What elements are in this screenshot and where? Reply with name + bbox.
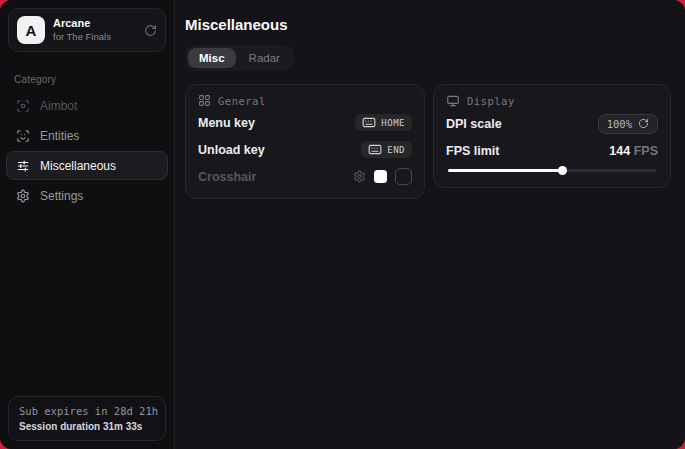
tab-bar: Misc Radar [185,45,294,71]
main-panel: Miscellaneous Misc Radar General Menu ke… [175,0,685,449]
sidebar-item-settings[interactable]: Settings [6,181,168,210]
keyboard-icon [368,144,382,155]
scan-target-icon [16,99,30,113]
avatar: A [17,16,45,44]
sidebar-item-label: Entities [40,129,79,143]
monitor-icon [446,94,460,108]
gear-icon [16,189,30,203]
page-title: Miscellaneous [185,16,675,33]
dpi-scale-value: 100% [607,118,632,130]
crosshair-label: Crosshair [198,170,256,184]
sidebar-item-entities[interactable]: Entities [6,121,168,150]
fps-unit: FPS [634,144,658,158]
sidebar-item-miscellaneous[interactable]: Miscellaneous [6,151,168,180]
sidebar-item-aimbot[interactable]: Aimbot [6,91,168,120]
dpi-scale-control[interactable]: 100% [598,114,658,134]
crosshair-row: Crosshair [198,165,412,188]
unload-key-value: END [387,145,405,155]
dpi-scale-row: DPI scale 100% [446,112,658,135]
sub-expiry-text: Sub expires in 28d 21h [19,405,155,417]
general-card-header: General [198,94,412,107]
keyboard-icon [362,117,376,128]
display-card: Display DPI scale 100% FPS limit 144 [433,84,671,188]
sidebar: A Arcane for The Finals Category Aimbot [0,0,175,449]
tab-radar[interactable]: Radar [238,48,291,68]
unload-key-bind-button[interactable]: END [361,141,412,158]
sync-icon[interactable] [144,24,157,37]
general-card-title: General [218,95,266,107]
sliders-icon [16,159,30,173]
general-card: General Menu key HOME Unload key [185,84,425,199]
fps-limit-value: 144 FPS [609,144,658,158]
tab-misc[interactable]: Misc [188,48,236,68]
display-card-header: Display [446,94,658,108]
profile-card: A Arcane for The Finals [8,8,166,52]
fps-number: 144 [609,144,630,158]
grid-icon [198,94,211,107]
sidebar-item-label: Settings [40,189,83,203]
crosshair-controls [353,168,412,185]
display-card-title: Display [467,95,515,107]
app-title: Arcane [53,17,136,31]
app-subtitle: for The Finals [53,31,136,43]
refresh-icon [638,118,649,129]
fps-limit-slider[interactable] [448,166,656,175]
menu-key-row: Menu key HOME [198,111,412,134]
session-duration-text: Session duration 31m 33s [19,421,155,432]
profile-text: Arcane for The Finals [53,17,136,43]
fps-slider-fill [448,169,562,172]
menu-key-label: Menu key [198,116,255,130]
dpi-scale-label: DPI scale [446,117,502,131]
crosshair-color-swatch[interactable] [374,170,387,183]
subscription-box: Sub expires in 28d 21h Session duration … [8,396,166,441]
unload-key-label: Unload key [198,143,265,157]
menu-key-bind-button[interactable]: HOME [355,114,412,131]
crosshair-enable-checkbox[interactable] [395,168,412,185]
sidebar-item-label: Aimbot [40,99,77,113]
fps-slider-thumb[interactable] [558,166,567,175]
category-label: Category [14,74,160,85]
fps-limit-label: FPS limit [446,144,499,158]
scan-face-icon [16,129,30,143]
cards-row: General Menu key HOME Unload key [185,84,675,199]
menu-key-value: HOME [381,118,405,128]
fps-limit-row: FPS limit 144 FPS [446,139,658,162]
unload-key-row: Unload key END [198,138,412,161]
app-window: A Arcane for The Finals Category Aimbot [0,0,685,449]
sidebar-nav: Aimbot Entities Miscellaneous Settings [0,91,174,210]
crosshair-settings-gear-icon[interactable] [353,170,366,183]
sidebar-item-label: Miscellaneous [40,159,116,173]
